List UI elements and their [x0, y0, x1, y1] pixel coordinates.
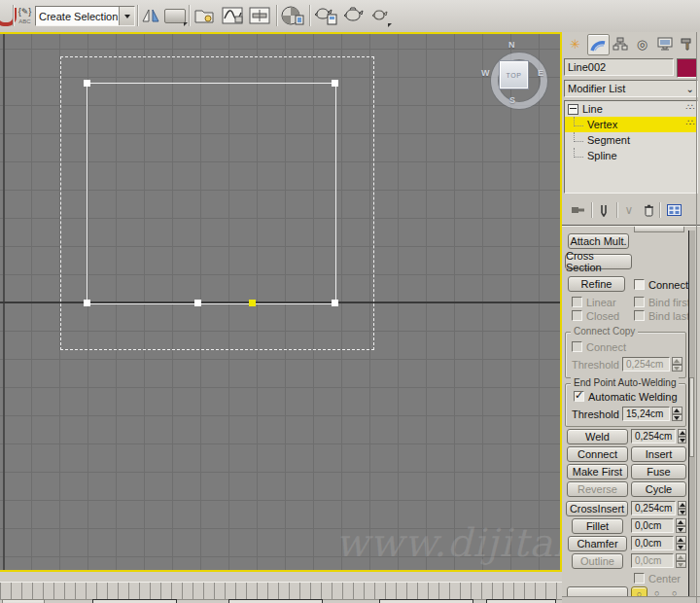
- show-end-result-icon[interactable]: [597, 201, 611, 219]
- vertex-bottom-left[interactable]: [84, 300, 90, 306]
- configure-modifier-sets-icon[interactable]: [665, 201, 682, 219]
- linear-checkbox: [572, 297, 582, 307]
- stack-row-line[interactable]: Line: [565, 101, 697, 117]
- object-color-swatch[interactable]: [677, 58, 697, 78]
- stack-row-spline[interactable]: Spline: [565, 148, 697, 163]
- cross-section-button[interactable]: Cross Section: [565, 254, 632, 269]
- tab-motion[interactable]: ◎: [632, 34, 652, 53]
- line002-spline[interactable]: [87, 83, 336, 304]
- chamfer-spinner[interactable]: 0,0cm: [631, 536, 686, 550]
- spin-up-icon[interactable]: [676, 518, 686, 526]
- status-field-partial: [379, 599, 473, 603]
- mirror-icon[interactable]: [141, 7, 160, 24]
- tab-modify[interactable]: [587, 34, 610, 55]
- spin-up-icon[interactable]: [672, 407, 682, 414]
- bottom-partial-button[interactable]: [2, 599, 45, 603]
- track-bar-ruler[interactable]: [0, 582, 562, 600]
- fuse-button[interactable]: Fuse: [631, 464, 686, 479]
- connect-checkbox-row[interactable]: Connect: [634, 278, 688, 291]
- cycle-button[interactable]: Cycle: [631, 481, 686, 497]
- align-icon[interactable]: [164, 9, 186, 23]
- spin-up-icon[interactable]: [678, 429, 686, 437]
- pin-stack-icon[interactable]: [570, 201, 585, 219]
- status-field-partial: [486, 599, 556, 603]
- spin-down-icon: [676, 561, 686, 569]
- linear-label: Linear: [586, 297, 616, 308]
- connect-checkbox[interactable]: [634, 279, 645, 290]
- fillet-button[interactable]: Fillet: [572, 518, 623, 534]
- crossinsert-spinner[interactable]: 0,254cm: [631, 501, 686, 515]
- viewcube-south[interactable]: S: [509, 95, 515, 105]
- spin-up-icon[interactable]: [678, 501, 686, 509]
- vertex-bottom-mid[interactable]: [194, 300, 201, 306]
- spin-down-icon[interactable]: [676, 526, 686, 534]
- outline-spinner: 0,0cm: [631, 553, 686, 568]
- material-editor-icon[interactable]: [281, 5, 304, 26]
- spin-down-icon[interactable]: [672, 414, 682, 422]
- snap-magnet-icon[interactable]: [0, 8, 17, 26]
- weld-spinner[interactable]: 0,254cm: [631, 429, 686, 443]
- viewcube-top-face[interactable]: TOP: [499, 60, 529, 89]
- modifier-stack: Line Vertex Segment Spline: [564, 100, 698, 194]
- refine-label: Refine: [581, 278, 612, 290]
- insert-label: Insert: [646, 448, 673, 460]
- auto-weld-threshold-spinner[interactable]: 15,24cm: [622, 407, 682, 421]
- automatic-welding-checkbox-row[interactable]: Automatic Welding: [574, 390, 678, 403]
- make-first-button[interactable]: Make First: [567, 464, 628, 479]
- vertex-selected[interactable]: [249, 300, 256, 306]
- toolbar-separator: [189, 5, 190, 26]
- pencil-braces-icon: {✎}: [18, 7, 32, 17]
- connect-button[interactable]: Connect: [567, 446, 628, 462]
- render-setup-icon[interactable]: [314, 6, 337, 25]
- combo-arrow-icon[interactable]: [119, 7, 134, 25]
- collapse-minus-icon[interactable]: [568, 104, 578, 115]
- rendered-frame-window-icon[interactable]: [342, 6, 364, 25]
- automatic-welding-checkbox[interactable]: [574, 391, 584, 402]
- spin-up-icon[interactable]: [676, 536, 686, 544]
- remove-modifier-icon[interactable]: [642, 201, 655, 219]
- vertex-bottom-right[interactable]: [332, 300, 338, 306]
- stack-row-vertex[interactable]: Vertex: [565, 117, 697, 132]
- vertex-top-right[interactable]: [332, 80, 338, 87]
- rollout-scrollbar-thumb[interactable]: [689, 377, 694, 457]
- insert-button[interactable]: Insert: [631, 446, 686, 462]
- object-name-field[interactable]: Line002: [564, 58, 674, 76]
- tab-hierarchy[interactable]: [610, 34, 630, 53]
- vertex-top-left[interactable]: [84, 80, 90, 87]
- bind-first-checkbox-row: Bind first: [634, 296, 690, 308]
- stack-row-segment[interactable]: Segment: [565, 132, 697, 148]
- spin-down-icon[interactable]: [678, 509, 686, 516]
- chamfer-button[interactable]: Chamfer: [568, 536, 627, 551]
- schematic-view-icon[interactable]: [249, 6, 270, 25]
- curve-editor-icon[interactable]: [222, 6, 243, 25]
- max-window: {✎} ABC Create Selection Se: [0, 0, 700, 603]
- named-selection-sets-icon[interactable]: {✎} ABC: [17, 4, 33, 28]
- fillet-spinner[interactable]: 0,0cm: [631, 518, 686, 533]
- tab-create[interactable]: ✳: [565, 34, 585, 53]
- viewcube-east[interactable]: E: [538, 68, 543, 78]
- spin-down-icon[interactable]: [676, 544, 686, 551]
- refine-button[interactable]: Refine: [568, 276, 625, 292]
- top-viewport[interactable]: N E S W TOP www.dijitalde: [0, 32, 562, 572]
- viewcube-north[interactable]: N: [508, 40, 515, 50]
- auto-weld-threshold-value: 15,24cm: [622, 407, 670, 421]
- tab-utilities[interactable]: [677, 34, 697, 53]
- watermark-text: www.dijitalde: [335, 520, 562, 565]
- crossinsert-button[interactable]: CrossInsert: [566, 501, 628, 516]
- layer-manager-icon[interactable]: [193, 6, 215, 25]
- automatic-welding-label: Automatic Welding: [588, 391, 678, 403]
- attach-mult-button[interactable]: Attach Mult.: [568, 233, 629, 249]
- stack-item-label: Vertex: [587, 119, 617, 130]
- display-monitor-icon: [657, 37, 673, 51]
- weld-button[interactable]: Weld: [567, 429, 628, 444]
- attach-mult-label: Attach Mult.: [570, 235, 626, 247]
- spin-down-icon[interactable]: [678, 437, 686, 444]
- tab-display[interactable]: [654, 34, 675, 53]
- separator: [616, 202, 617, 218]
- selection-set-combobox[interactable]: Create Selection Se: [35, 6, 135, 26]
- crossinsert-label: CrossInsert: [570, 503, 624, 514]
- viewcube-west[interactable]: W: [481, 68, 490, 78]
- center-checkbox-row: Center: [634, 572, 681, 585]
- modifier-list-dropdown[interactable]: Modifier List ⌄: [564, 80, 698, 97]
- quick-render-icon[interactable]: [371, 8, 389, 23]
